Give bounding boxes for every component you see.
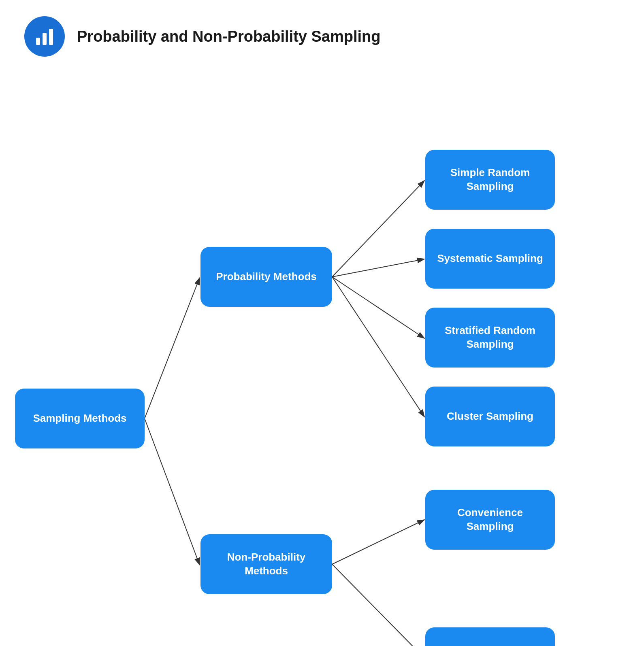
svg-line-9	[332, 277, 424, 417]
simple-random-sampling-node: Simple Random Sampling	[425, 150, 555, 210]
svg-rect-2	[49, 29, 53, 45]
svg-line-6	[332, 181, 424, 277]
svg-rect-1	[43, 33, 47, 45]
logo-icon	[24, 16, 65, 57]
nonprobability-methods-node: Non-Probability Methods	[200, 534, 332, 594]
probability-methods-node: Probability Methods	[200, 247, 332, 307]
svg-line-10	[332, 520, 424, 564]
convenience-sampling-node: Convenience Sampling	[425, 490, 555, 550]
svg-line-7	[332, 259, 424, 277]
svg-line-8	[332, 277, 424, 338]
svg-line-11	[332, 564, 424, 646]
header: Probability and Non-Probability Sampling	[0, 0, 644, 65]
systematic-sampling-node: Systematic Sampling	[425, 229, 555, 289]
judgment-sampling-node: Judgment Sampling	[425, 627, 555, 646]
svg-rect-0	[36, 38, 40, 45]
cluster-sampling-node: Cluster Sampling	[425, 387, 555, 446]
svg-line-4	[145, 278, 200, 419]
sampling-methods-node: Sampling Methods	[15, 389, 145, 448]
diagram-area: Sampling Methods Probability Methods Non…	[0, 65, 644, 646]
page-title: Probability and Non-Probability Sampling	[77, 28, 381, 45]
stratified-random-sampling-node: Stratified Random Sampling	[425, 308, 555, 368]
svg-line-5	[145, 419, 200, 565]
